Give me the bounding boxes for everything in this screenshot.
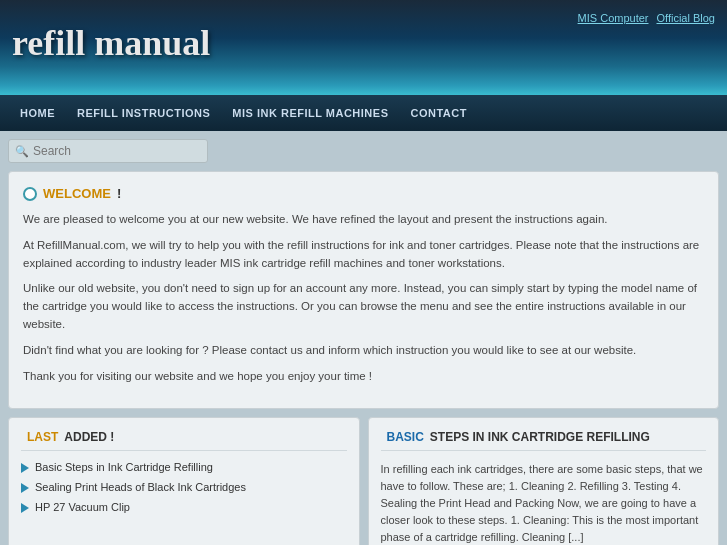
welcome-card: WELCOME ! We are pleased to welcome you … <box>8 171 719 409</box>
basic-steps-highlight: BASIC <box>387 430 424 444</box>
welcome-p2: At RefillManual.com, we will try to help… <box>23 237 704 273</box>
welcome-p1: We are pleased to welcome you at our new… <box>23 211 704 229</box>
list-item-label: Sealing Print Heads of Black Ink Cartrid… <box>35 481 246 493</box>
nav-home[interactable]: HOME <box>10 99 65 127</box>
welcome-title: WELCOME ! <box>23 186 704 201</box>
list-item[interactable]: HP 27 Vacuum Clip <box>21 501 347 513</box>
basic-steps-body: In refilling each ink cartridges, there … <box>381 461 707 546</box>
welcome-p5: Thank you for visiting our website and w… <box>23 368 704 386</box>
last-added-title: LAST ADDED ! <box>21 430 347 451</box>
basic-steps-rest: STEPS IN INK CARTRIDGE REFILLING <box>430 430 650 444</box>
nav-mis-ink-machines[interactable]: MIS INK REFILL MACHINES <box>222 99 398 127</box>
welcome-p4: Didn't find what you are looking for ? P… <box>23 342 704 360</box>
list-arrow-icon <box>21 463 29 473</box>
site-title: refill manual <box>12 0 210 64</box>
last-added-highlight: LAST <box>27 430 58 444</box>
welcome-p3: Unlike our old website, you don't need t… <box>23 280 704 333</box>
content-area: 🔍 WELCOME ! We are pleased to welcome yo… <box>0 131 727 545</box>
bottom-row: LAST ADDED ! Basic Steps in Ink Cartridg… <box>8 417 719 546</box>
site-header: refill manual MIS Computer Official Blog <box>0 0 727 95</box>
last-added-card: LAST ADDED ! Basic Steps in Ink Cartridg… <box>8 417 360 546</box>
official-blog-link[interactable]: Official Blog <box>657 12 716 24</box>
basic-steps-text: In refilling each ink cartridges, there … <box>381 461 707 546</box>
list-arrow-icon <box>21 503 29 513</box>
last-added-list: Basic Steps in Ink Cartridge Refilling S… <box>21 461 347 513</box>
header-links: MIS Computer Official Blog <box>578 12 715 24</box>
search-icon: 🔍 <box>15 145 29 158</box>
search-bar[interactable]: 🔍 <box>8 139 208 163</box>
search-input[interactable] <box>33 144 193 158</box>
nav-contact[interactable]: CONTACT <box>401 99 477 127</box>
welcome-title-rest: ! <box>117 186 121 201</box>
list-item[interactable]: Basic Steps in Ink Cartridge Refilling <box>21 461 347 473</box>
nav-refill-instructions[interactable]: REFILL INSTRUCTIONS <box>67 99 220 127</box>
list-item-label: HP 27 Vacuum Clip <box>35 501 130 513</box>
basic-steps-card: BASIC STEPS IN INK CARTRIDGE REFILLING I… <box>368 417 720 546</box>
welcome-title-highlight: WELCOME <box>43 186 111 201</box>
welcome-body: We are pleased to welcome you at our new… <box>23 211 704 386</box>
nav-bar: HOME REFILL INSTRUCTIONS MIS INK REFILL … <box>0 95 727 131</box>
list-item-label: Basic Steps in Ink Cartridge Refilling <box>35 461 213 473</box>
welcome-circle-icon <box>23 187 37 201</box>
list-item[interactable]: Sealing Print Heads of Black Ink Cartrid… <box>21 481 347 493</box>
last-added-rest: ADDED ! <box>64 430 114 444</box>
basic-steps-title: BASIC STEPS IN INK CARTRIDGE REFILLING <box>381 430 707 451</box>
mis-computer-link[interactable]: MIS Computer <box>578 12 649 24</box>
list-arrow-icon <box>21 483 29 493</box>
